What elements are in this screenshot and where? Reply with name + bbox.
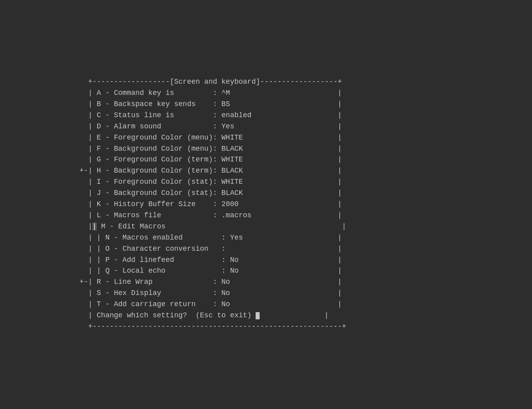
terminal-window: +------------------[Screen and keyboard]…: [71, 73, 461, 336]
border-top: +------------------[Screen and keyboard]…: [71, 78, 346, 330]
terminal-text: +------------------[Screen and keyboard]…: [71, 77, 461, 332]
